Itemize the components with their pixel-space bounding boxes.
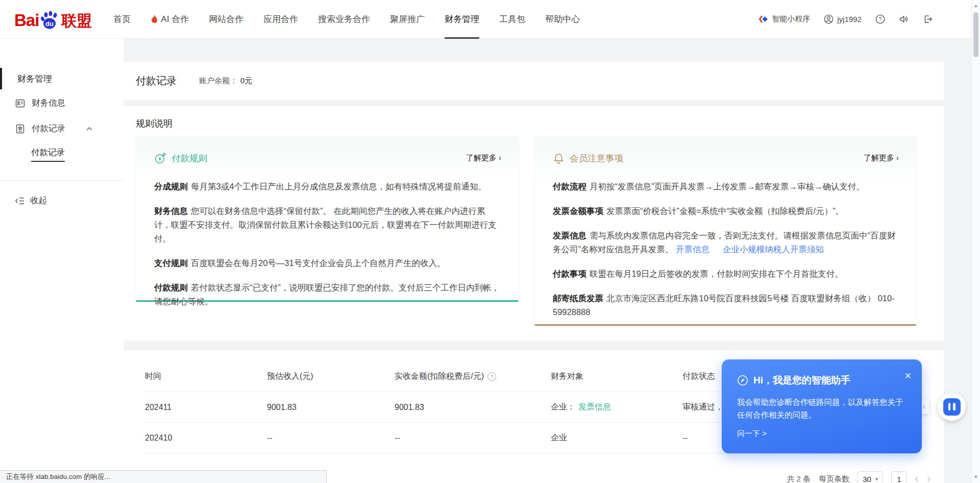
invoice-info-table-link[interactable]: 发票信息 <box>578 402 611 411</box>
rule-paragraph: 发票金额事项发票票面“价税合计”金额=系统中“实收金额（扣除税费后/元）”。 <box>553 204 898 218</box>
nav-item-search-biz[interactable]: 搜索业务合作 <box>318 0 370 39</box>
sidebar: 财务管理 财务信息 付款记录 付款记录 <box>0 39 124 483</box>
nav-item-website[interactable]: 网站合作 <box>209 0 243 39</box>
member-notes-title: 会员注意事项 <box>553 152 898 164</box>
account-balance: 账户余额：0元 <box>199 76 252 86</box>
cell-actual: -- <box>395 433 551 443</box>
miniprogram-diamond-icon <box>758 14 768 24</box>
status-text: 正在等待 xlab.baidu.com 的响应... <box>6 472 110 481</box>
ask-now-link[interactable]: 问一下 > <box>737 429 906 439</box>
sidebar-collapse-button[interactable]: 收起 <box>0 188 124 213</box>
cell-time: 202411 <box>145 403 267 412</box>
rule-paragraph: 分成规则每月第3或4个工作日产出上月分成信息及发票信息，如有特殊情况将提前通知。 <box>154 180 500 194</box>
assistant-popup: Hi，我是您的智能助手 ✕ 我会帮助您诊断合作链路问题，以及解答您关于任何合作相… <box>722 359 922 453</box>
page-number-button[interactable]: 1 <box>891 471 906 483</box>
rule-paragraph: 邮寄纸质发票北京市海淀区西北旺东路10号院百度科技园5号楼 百度联盟财务组（收）… <box>553 292 898 319</box>
robot-icon <box>943 398 961 416</box>
baidu-union-logo[interactable]: Bai du 联盟 <box>14 10 92 29</box>
col-header-actual: 实收金额(扣除税费后/元) ? <box>395 371 551 382</box>
rule-paragraph: 付款流程月初按“发票信息”页面开具发票→上传发票→邮寄发票→审核→确认支付。 <box>553 180 898 194</box>
scrollbar-thumb[interactable] <box>973 12 978 57</box>
sidebar-subitem-payment-records[interactable]: 付款记录 <box>0 141 124 167</box>
rule-paragraph: 财务信息您可以在财务信息中选择“保留付款”。 在此期间您产生的收入将在账户内进行… <box>154 204 500 246</box>
close-icon[interactable]: ✕ <box>904 371 912 381</box>
user-icon <box>824 14 834 24</box>
assistant-floating-button[interactable] <box>938 393 966 421</box>
sidebar-divider <box>0 180 124 181</box>
top-navigation-bar: Bai du 联盟 首页 AI 合作 网站合作 应用合作 搜索业务合作 聚屏推广… <box>0 0 980 39</box>
svg-text:?: ? <box>879 16 882 22</box>
member-notes-more-link[interactable]: 了解更多 › <box>864 153 899 163</box>
invoice-info-link[interactable]: 开票信息 <box>676 245 709 254</box>
column-help-icon[interactable]: ? <box>487 372 496 381</box>
user-account[interactable]: jyj1992 <box>824 14 862 24</box>
browser-status-bar: 正在等待 xlab.baidu.com 的响应... <box>0 470 327 483</box>
cell-entity: 企业：发票信息 <box>551 402 682 413</box>
cell-entity: 企业 <box>551 432 682 443</box>
payment-rules-card: ¥ 付款规则 了解更多 › 分成规则每月第3或4个工作日产出上月分成信息及发票信… <box>136 137 519 302</box>
cell-estimated: 9001.83 <box>267 403 395 412</box>
col-header-time: 时间 <box>145 371 267 382</box>
chevron-down-icon: ▾ <box>875 476 878 482</box>
coin-icon: ¥ <box>154 152 166 164</box>
assistant-title-row: Hi，我是您的智能助手 <box>737 374 906 387</box>
nav-item-toolkit[interactable]: 工具包 <box>499 0 525 39</box>
nav-item-app[interactable]: 应用合作 <box>263 0 298 39</box>
logo-text-union: 联盟 <box>61 13 92 29</box>
cell-estimated: -- <box>267 433 395 443</box>
rule-paragraph: 支付规则百度联盟会在每月20号—31号支付企业会员上个自然月产生的收入。 <box>154 256 500 270</box>
chevron-up-icon[interactable] <box>86 126 93 131</box>
sound-icon[interactable] <box>899 14 909 24</box>
rule-paragraph: 付款规则若付款状态显示“已支付”，说明联盟已安排了您的付款。支付后三个工作日内到… <box>154 281 500 308</box>
logo-text-bai: Bai <box>14 12 39 29</box>
flame-icon <box>151 14 158 24</box>
logout-icon[interactable] <box>923 14 933 24</box>
rule-paragraph: 付款事项联盟在每月19日之后签收的发票，付款时间安排在下个月首批支付。 <box>553 267 898 281</box>
per-page-select[interactable]: 30 ▾ <box>857 471 883 483</box>
svg-text:du: du <box>45 20 54 28</box>
sidebar-item-payment-records[interactable]: 付款记录 <box>0 116 124 141</box>
nav-item-finance[interactable]: 财务管理 <box>445 0 479 39</box>
baidu-paw-icon: du <box>39 10 61 30</box>
id-card-icon <box>15 98 27 109</box>
nav-item-screen-promo[interactable]: 聚屏推广 <box>390 0 425 39</box>
payment-rules-more-link[interactable]: 了解更多 › <box>466 153 501 163</box>
sidebar-group-finance: 财务管理 <box>0 67 124 90</box>
rule-paragraph: 发票信息需与系统内发票信息内容完全一致，否则无法支付。请根据发票信息页面中“百度… <box>553 229 898 256</box>
compass-icon <box>737 375 748 386</box>
col-header-estimated: 预估收入(元) <box>267 371 395 382</box>
payment-records-header-card: 付款记录 账户余额：0元 <box>124 62 944 100</box>
bell-icon <box>553 153 565 164</box>
rules-section-title: 规则说明 <box>136 117 932 130</box>
per-page-label: 每页条数 <box>819 474 849 483</box>
assistant-title: Hi，我是您的智能助手 <box>753 374 850 387</box>
member-notes-card: 会员注意事项 了解更多 › 付款流程月初按“发票信息”页面开具发票→上传发票→邮… <box>534 137 916 326</box>
balance-value: 0元 <box>240 76 252 85</box>
scroll-up-arrow[interactable]: ▲ <box>972 3 980 8</box>
scroll-down-arrow[interactable]: ▼ <box>972 474 980 479</box>
topbar-right-group: 智能小程序 jyj1992 ? <box>758 14 966 24</box>
collapse-icon <box>15 196 26 206</box>
payment-rules-title: ¥ 付款规则 <box>154 152 500 164</box>
pagination: 共 2 条 每页条数 30 ▾ 1 ‹ › <box>787 470 930 483</box>
rules-section-card: 规则说明 ¥ 付款规则 了解更多 › 分成规则每月第3或4个工作日产出上月分成信… <box>124 106 944 341</box>
sidebar-item-finance-info[interactable]: 财务信息 <box>0 90 124 116</box>
next-page-button[interactable]: › <box>927 473 930 483</box>
miniprogram-entry[interactable]: 智能小程序 <box>758 14 810 24</box>
total-count: 共 2 条 <box>787 474 811 483</box>
cell-time: 202410 <box>145 433 267 443</box>
col-header-entity: 财务对象 <box>551 371 682 382</box>
cell-actual: 9001.83 <box>395 403 551 412</box>
nav-item-home[interactable]: 首页 <box>113 0 131 39</box>
svg-text:¥: ¥ <box>158 156 161 162</box>
vertical-scrollbar[interactable]: ▲ ▼ <box>971 0 980 483</box>
help-icon[interactable]: ? <box>875 14 885 24</box>
prev-page-button[interactable]: ‹ <box>915 473 918 483</box>
small-taxpayer-guide-link[interactable]: 企业小规模纳税人开票须知 <box>723 245 824 254</box>
nav-item-help-center[interactable]: 帮助中心 <box>545 0 580 39</box>
badge-icon <box>15 124 27 134</box>
assistant-message: 我会帮助您诊断合作链路问题，以及解答您关于任何合作相关的问题。 <box>737 396 909 421</box>
page-title: 付款记录 <box>136 74 177 88</box>
main-nav: 首页 AI 合作 网站合作 应用合作 搜索业务合作 聚屏推广 财务管理 工具包 … <box>113 0 580 39</box>
nav-item-ai[interactable]: AI 合作 <box>151 0 189 39</box>
